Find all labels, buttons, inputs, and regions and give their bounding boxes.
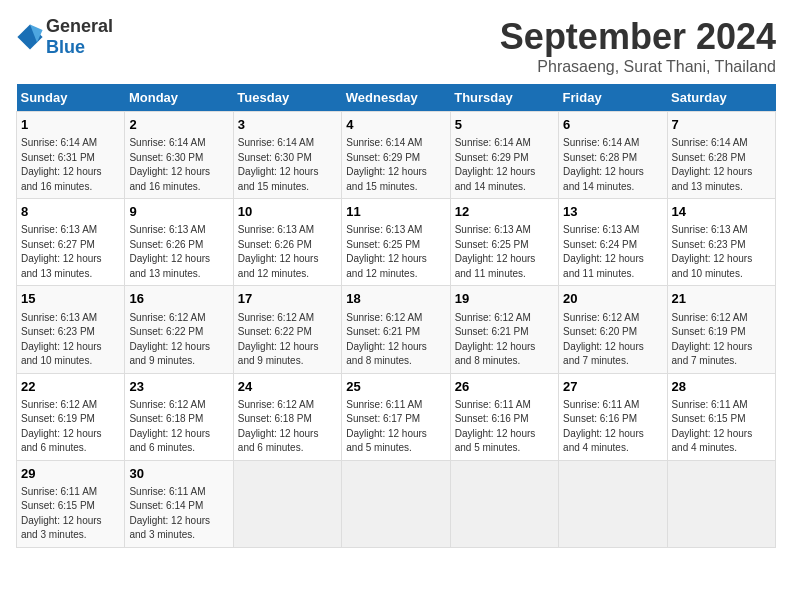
calendar-week-2: 8Sunrise: 6:13 AMSunset: 6:27 PMDaylight… [17, 199, 776, 286]
calendar-cell: 26Sunrise: 6:11 AMSunset: 6:16 PMDayligh… [450, 373, 558, 460]
day-number: 19 [455, 290, 554, 308]
title-area: September 2024 Phrasaeng, Surat Thani, T… [500, 16, 776, 76]
day-number: 23 [129, 378, 228, 396]
day-info: Sunrise: 6:12 AMSunset: 6:21 PMDaylight:… [455, 311, 554, 369]
calendar-cell: 3Sunrise: 6:14 AMSunset: 6:30 PMDaylight… [233, 112, 341, 199]
day-number: 26 [455, 378, 554, 396]
day-info: Sunrise: 6:13 AMSunset: 6:26 PMDaylight:… [238, 223, 337, 281]
calendar-cell: 9Sunrise: 6:13 AMSunset: 6:26 PMDaylight… [125, 199, 233, 286]
header-day-tuesday: Tuesday [233, 84, 341, 112]
calendar-week-3: 15Sunrise: 6:13 AMSunset: 6:23 PMDayligh… [17, 286, 776, 373]
day-number: 25 [346, 378, 445, 396]
logo-text-blue: Blue [46, 37, 85, 57]
day-number: 28 [672, 378, 771, 396]
day-number: 29 [21, 465, 120, 483]
day-number: 11 [346, 203, 445, 221]
day-number: 20 [563, 290, 662, 308]
calendar-week-5: 29Sunrise: 6:11 AMSunset: 6:15 PMDayligh… [17, 460, 776, 547]
calendar-cell: 8Sunrise: 6:13 AMSunset: 6:27 PMDaylight… [17, 199, 125, 286]
day-number: 18 [346, 290, 445, 308]
calendar-cell: 2Sunrise: 6:14 AMSunset: 6:30 PMDaylight… [125, 112, 233, 199]
day-info: Sunrise: 6:11 AMSunset: 6:17 PMDaylight:… [346, 398, 445, 456]
day-info: Sunrise: 6:12 AMSunset: 6:18 PMDaylight:… [129, 398, 228, 456]
day-info: Sunrise: 6:12 AMSunset: 6:21 PMDaylight:… [346, 311, 445, 369]
calendar-cell: 6Sunrise: 6:14 AMSunset: 6:28 PMDaylight… [559, 112, 667, 199]
header-day-thursday: Thursday [450, 84, 558, 112]
day-info: Sunrise: 6:13 AMSunset: 6:26 PMDaylight:… [129, 223, 228, 281]
calendar-cell: 19Sunrise: 6:12 AMSunset: 6:21 PMDayligh… [450, 286, 558, 373]
day-info: Sunrise: 6:14 AMSunset: 6:28 PMDaylight:… [563, 136, 662, 194]
calendar-cell: 24Sunrise: 6:12 AMSunset: 6:18 PMDayligh… [233, 373, 341, 460]
day-number: 14 [672, 203, 771, 221]
main-title: September 2024 [500, 16, 776, 58]
calendar-cell: 27Sunrise: 6:11 AMSunset: 6:16 PMDayligh… [559, 373, 667, 460]
calendar-cell: 14Sunrise: 6:13 AMSunset: 6:23 PMDayligh… [667, 199, 775, 286]
day-info: Sunrise: 6:14 AMSunset: 6:30 PMDaylight:… [129, 136, 228, 194]
calendar-week-4: 22Sunrise: 6:12 AMSunset: 6:19 PMDayligh… [17, 373, 776, 460]
day-number: 16 [129, 290, 228, 308]
calendar-cell [450, 460, 558, 547]
header: General Blue September 2024 Phrasaeng, S… [16, 16, 776, 76]
calendar-cell: 25Sunrise: 6:11 AMSunset: 6:17 PMDayligh… [342, 373, 450, 460]
day-number: 10 [238, 203, 337, 221]
day-info: Sunrise: 6:12 AMSunset: 6:22 PMDaylight:… [238, 311, 337, 369]
day-info: Sunrise: 6:12 AMSunset: 6:18 PMDaylight:… [238, 398, 337, 456]
day-info: Sunrise: 6:11 AMSunset: 6:16 PMDaylight:… [563, 398, 662, 456]
calendar-cell: 18Sunrise: 6:12 AMSunset: 6:21 PMDayligh… [342, 286, 450, 373]
calendar-cell [667, 460, 775, 547]
calendar-cell: 29Sunrise: 6:11 AMSunset: 6:15 PMDayligh… [17, 460, 125, 547]
logo-icon [16, 23, 44, 51]
day-number: 24 [238, 378, 337, 396]
calendar-cell: 22Sunrise: 6:12 AMSunset: 6:19 PMDayligh… [17, 373, 125, 460]
day-number: 22 [21, 378, 120, 396]
calendar-cell: 5Sunrise: 6:14 AMSunset: 6:29 PMDaylight… [450, 112, 558, 199]
day-info: Sunrise: 6:13 AMSunset: 6:24 PMDaylight:… [563, 223, 662, 281]
day-info: Sunrise: 6:12 AMSunset: 6:22 PMDaylight:… [129, 311, 228, 369]
calendar-cell [233, 460, 341, 547]
calendar-cell: 13Sunrise: 6:13 AMSunset: 6:24 PMDayligh… [559, 199, 667, 286]
calendar-cell: 4Sunrise: 6:14 AMSunset: 6:29 PMDaylight… [342, 112, 450, 199]
day-number: 6 [563, 116, 662, 134]
day-info: Sunrise: 6:14 AMSunset: 6:29 PMDaylight:… [346, 136, 445, 194]
header-day-saturday: Saturday [667, 84, 775, 112]
day-number: 12 [455, 203, 554, 221]
calendar-cell: 30Sunrise: 6:11 AMSunset: 6:14 PMDayligh… [125, 460, 233, 547]
day-info: Sunrise: 6:13 AMSunset: 6:27 PMDaylight:… [21, 223, 120, 281]
calendar-cell: 10Sunrise: 6:13 AMSunset: 6:26 PMDayligh… [233, 199, 341, 286]
logo: General Blue [16, 16, 113, 58]
day-info: Sunrise: 6:12 AMSunset: 6:20 PMDaylight:… [563, 311, 662, 369]
calendar-cell: 7Sunrise: 6:14 AMSunset: 6:28 PMDaylight… [667, 112, 775, 199]
day-info: Sunrise: 6:11 AMSunset: 6:15 PMDaylight:… [672, 398, 771, 456]
day-info: Sunrise: 6:12 AMSunset: 6:19 PMDaylight:… [672, 311, 771, 369]
day-number: 1 [21, 116, 120, 134]
calendar-cell: 28Sunrise: 6:11 AMSunset: 6:15 PMDayligh… [667, 373, 775, 460]
day-info: Sunrise: 6:11 AMSunset: 6:15 PMDaylight:… [21, 485, 120, 543]
calendar-cell: 23Sunrise: 6:12 AMSunset: 6:18 PMDayligh… [125, 373, 233, 460]
calendar-cell: 16Sunrise: 6:12 AMSunset: 6:22 PMDayligh… [125, 286, 233, 373]
day-number: 3 [238, 116, 337, 134]
header-row: SundayMondayTuesdayWednesdayThursdayFrid… [17, 84, 776, 112]
calendar-cell: 1Sunrise: 6:14 AMSunset: 6:31 PMDaylight… [17, 112, 125, 199]
day-number: 9 [129, 203, 228, 221]
day-info: Sunrise: 6:13 AMSunset: 6:25 PMDaylight:… [346, 223, 445, 281]
day-number: 17 [238, 290, 337, 308]
calendar-cell: 15Sunrise: 6:13 AMSunset: 6:23 PMDayligh… [17, 286, 125, 373]
day-number: 15 [21, 290, 120, 308]
calendar-cell [342, 460, 450, 547]
day-info: Sunrise: 6:13 AMSunset: 6:23 PMDaylight:… [21, 311, 120, 369]
day-number: 8 [21, 203, 120, 221]
calendar-cell: 17Sunrise: 6:12 AMSunset: 6:22 PMDayligh… [233, 286, 341, 373]
calendar-cell: 12Sunrise: 6:13 AMSunset: 6:25 PMDayligh… [450, 199, 558, 286]
day-info: Sunrise: 6:14 AMSunset: 6:31 PMDaylight:… [21, 136, 120, 194]
day-info: Sunrise: 6:12 AMSunset: 6:19 PMDaylight:… [21, 398, 120, 456]
header-day-monday: Monday [125, 84, 233, 112]
header-day-wednesday: Wednesday [342, 84, 450, 112]
day-number: 13 [563, 203, 662, 221]
calendar-cell: 21Sunrise: 6:12 AMSunset: 6:19 PMDayligh… [667, 286, 775, 373]
day-info: Sunrise: 6:13 AMSunset: 6:25 PMDaylight:… [455, 223, 554, 281]
day-number: 4 [346, 116, 445, 134]
day-number: 2 [129, 116, 228, 134]
day-info: Sunrise: 6:13 AMSunset: 6:23 PMDaylight:… [672, 223, 771, 281]
day-number: 7 [672, 116, 771, 134]
logo-text-general: General [46, 16, 113, 36]
